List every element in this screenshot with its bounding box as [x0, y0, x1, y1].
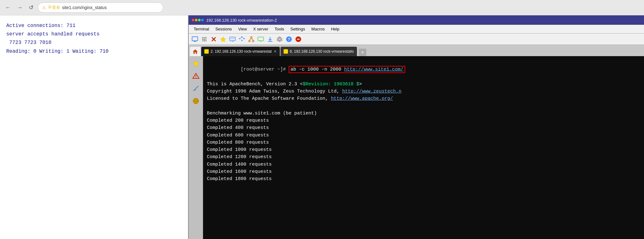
ssh-app-icon — [192, 19, 204, 21]
svg-point-7 — [204, 39, 205, 40]
svg-rect-19 — [239, 38, 240, 39]
sidebar-star-icon — [192, 60, 200, 67]
svg-rect-16 — [232, 41, 233, 41]
forward-button[interactable]: → — [15, 3, 24, 12]
branch-icon — [248, 36, 254, 42]
terminal-line-apachebench: This is ApacheBench, Version 2.3 <$Revis… — [207, 81, 640, 88]
star-icon — [220, 36, 226, 42]
svg-rect-0 — [192, 37, 198, 41]
gear-icon — [276, 36, 283, 42]
address-bar[interactable]: ⚠ 不安全 site1.com/nginx_status — [38, 3, 163, 13]
menu-help[interactable]: Help — [328, 26, 343, 32]
terminal-line-licensed: Licensed to The Apache Software Foundati… — [207, 95, 640, 102]
home-tab-btn[interactable] — [190, 47, 201, 56]
security-warning-icon: ⚠ — [42, 5, 46, 10]
toolbar-branch-btn[interactable] — [247, 35, 256, 44]
terminal-line-800: Completed 800 requests — [207, 139, 640, 146]
sidebar-send-btn[interactable] — [191, 83, 201, 94]
terminal-line-600: Completed 600 requests — [207, 132, 640, 139]
toolbar-monitor-btn[interactable] — [191, 35, 199, 44]
tab-1-close[interactable]: ✕ — [274, 49, 277, 54]
ssh-toolbar: ? — [189, 34, 644, 45]
toolbar-display-btn[interactable] — [256, 35, 265, 44]
toolbar-star-btn[interactable] — [219, 35, 228, 44]
svg-rect-21 — [241, 40, 243, 41]
apps-icon — [201, 36, 207, 42]
svg-point-25 — [251, 36, 252, 38]
menu-tools[interactable]: Tools — [271, 26, 287, 32]
sidebar-globe-icon — [192, 97, 200, 105]
ssh-tabs-bar: 2. 192.168.126.130 rock-vmwarestat ✕ 6. … — [189, 45, 644, 56]
add-tab-button[interactable]: + — [359, 49, 366, 56]
sidebar-star-btn[interactable] — [191, 58, 201, 69]
svg-rect-18 — [241, 36, 243, 37]
reading-writing-waiting-line: Reading: 0 Writing: 1 Waiting: 710 — [6, 49, 108, 54]
command-url: http://www.site1.com/ — [344, 67, 403, 72]
menu-sessions[interactable]: Sessions — [212, 26, 235, 32]
svg-text:?: ? — [288, 37, 290, 42]
sidebar-globe-btn[interactable] — [191, 96, 201, 106]
toolbar-stop-btn[interactable] — [294, 35, 303, 44]
ssh-tab-2[interactable]: 6. 192.168.126.130 rock-vmwarestatio — [280, 47, 357, 56]
toolbar-help-btn[interactable]: ? — [285, 35, 293, 44]
ssh-title-text: 192.168.126.130 rock-vmwarestation-2 — [206, 18, 277, 23]
menu-macros[interactable]: Macros — [308, 26, 328, 32]
svg-rect-30 — [258, 37, 264, 41]
sidebar-alert-icon — [192, 72, 200, 80]
display-icon — [258, 36, 264, 42]
nginx-status-text: Active connections: 711 server accepts h… — [6, 22, 182, 56]
toolbar-close-btn[interactable] — [209, 35, 218, 44]
svg-point-34 — [279, 38, 280, 40]
browser-toolbar: ← → ↺ ⚠ 不安全 site1.com/nginx_status — [0, 0, 644, 15]
svg-point-27 — [253, 40, 254, 42]
ssh-sidebar — [189, 56, 203, 239]
svg-point-26 — [249, 40, 250, 42]
svg-point-5 — [205, 37, 207, 38]
ab-command: ab -c 1000 -n 2000 — [291, 67, 344, 72]
screen-icon — [229, 36, 236, 42]
toolbar-screen-btn[interactable] — [228, 35, 237, 44]
home-icon — [192, 49, 198, 54]
browser-chrome: ← → ↺ ⚠ 不安全 site1.com/nginx_status — [0, 0, 644, 15]
terminal-line-benchmarking: Benchmarking www.site1.com (be patient) — [207, 110, 640, 117]
menu-terminal[interactable]: Terminal — [191, 26, 212, 32]
server-accepts-line: server accepts handled requests — [6, 31, 100, 37]
ssh-tab-1[interactable]: 2. 192.168.126.130 rock-vmwarestat ✕ — [201, 47, 280, 56]
terminal-line-copyright: Copyright 1996 Adam Twiss, Zeus Technolo… — [207, 88, 640, 95]
tab-2-icon — [284, 49, 288, 54]
tab-2-label: 6. 192.168.126.130 rock-vmwarestatio — [290, 49, 354, 54]
help-icon: ? — [286, 36, 292, 42]
menu-xserver[interactable]: X server — [250, 26, 271, 32]
svg-line-23 — [242, 37, 244, 38]
sidebar-send-icon — [192, 85, 200, 92]
sidebar-alert-btn[interactable] — [191, 71, 201, 81]
svg-rect-31 — [260, 41, 262, 41]
svg-line-47 — [196, 86, 198, 88]
svg-marker-41 — [193, 61, 199, 66]
menu-view[interactable]: View — [235, 26, 250, 32]
monitor-icon — [192, 36, 198, 42]
terminal-line-1200: Completed 1200 requests — [207, 153, 640, 161]
svg-point-9 — [202, 40, 203, 41]
svg-rect-40 — [195, 52, 196, 54]
reload-button[interactable]: ↺ — [27, 3, 35, 12]
toolbar-download-btn[interactable] — [266, 35, 275, 44]
toolbar-settings-btn[interactable] — [275, 35, 284, 44]
svg-point-44 — [196, 77, 196, 78]
back-button[interactable]: ← — [3, 3, 13, 12]
ssh-menu-bar: Terminal Sessions View X server Tools Se… — [189, 25, 644, 34]
terminal-command-box: ab -c 1000 -n 2000 http://www.site1.com/ — [289, 66, 405, 73]
terminal-line-400: Completed 400 requests — [207, 124, 640, 131]
svg-point-10 — [204, 40, 205, 41]
toolbar-network-btn[interactable] — [238, 35, 246, 44]
ssh-main-area: [root@server ~]# ab -c 1000 -n 2000 http… — [189, 56, 644, 239]
terminal-line-1400: Completed 1400 requests — [207, 161, 640, 168]
svg-marker-46 — [193, 89, 196, 91]
active-connections-line: Active connections: 711 — [6, 23, 76, 29]
ssh-application: 192.168.126.130 rock-vmwarestation-2 Ter… — [188, 15, 644, 239]
network-icon — [239, 36, 245, 42]
toolbar-apps-btn[interactable] — [200, 35, 209, 44]
terminal-panel[interactable]: [root@server ~]# ab -c 1000 -n 2000 http… — [203, 56, 644, 239]
menu-settings[interactable]: Settings — [287, 26, 308, 32]
ssh-title-bar: 192.168.126.130 rock-vmwarestation-2 — [189, 15, 644, 25]
